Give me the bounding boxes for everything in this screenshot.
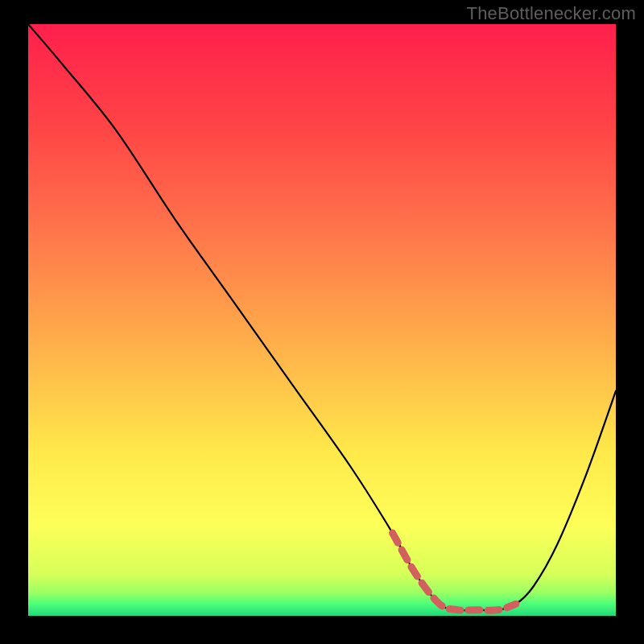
chart-container: TheBottlenecker.com [0,0,644,644]
plot-area [28,24,616,616]
watermark-text: TheBottlenecker.com [467,3,636,24]
highlight-segment [393,533,516,610]
bottleneck-curve [28,24,616,616]
